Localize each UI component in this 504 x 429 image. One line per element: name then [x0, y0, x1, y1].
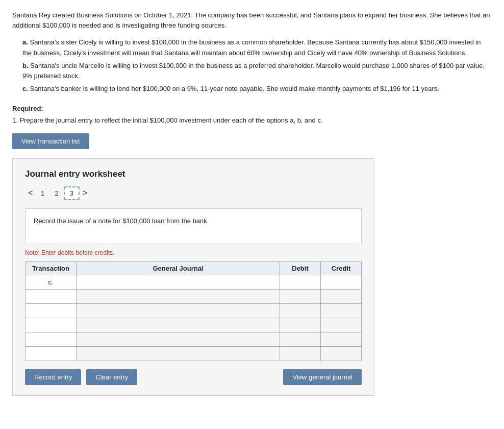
debit-input-3[interactable] — [280, 304, 320, 318]
journal-input-1[interactable] — [77, 275, 280, 289]
transaction-cell-3 — [26, 303, 77, 318]
required-section: Required: 1. Prepare the journal entry t… — [12, 104, 492, 126]
credit-cell-6[interactable] — [321, 346, 362, 361]
debit-input-1[interactable] — [280, 275, 320, 289]
credit-input-2[interactable] — [321, 290, 361, 303]
journal-table: Transaction General Journal Debit Credit… — [25, 261, 362, 361]
view-transaction-list-button[interactable]: View transaction list — [12, 133, 89, 149]
option-b: b. Santana's uncle Marcello is willing t… — [22, 61, 492, 82]
credit-cell-2[interactable] — [321, 289, 362, 303]
worksheet-container: Journal entry worksheet < 1 2 3 > Record… — [12, 158, 374, 396]
journal-cell-3[interactable] — [77, 303, 280, 318]
credit-input-1[interactable] — [321, 275, 361, 289]
debit-cell-5[interactable] — [280, 332, 321, 346]
table-row — [26, 332, 362, 346]
debit-cell-4[interactable] — [280, 318, 321, 332]
table-row — [26, 303, 362, 318]
table-row — [26, 346, 362, 361]
option-a: a. Santana's sister Cicely is willing to… — [22, 37, 492, 59]
credit-cell-4[interactable] — [321, 318, 362, 332]
debit-cell-3[interactable] — [280, 303, 321, 318]
tab-1-button[interactable]: 1 — [36, 187, 49, 199]
debit-input-5[interactable] — [280, 332, 320, 346]
tab-next-button[interactable]: > — [80, 187, 90, 199]
col-transaction-header: Transaction — [26, 261, 77, 275]
journal-input-5[interactable] — [77, 332, 280, 346]
option-a-text: Santana's sister Cicely is willing to in… — [22, 38, 481, 57]
tab-2-button[interactable]: 2 — [50, 187, 64, 199]
transaction-cell-4 — [26, 318, 77, 332]
table-row — [26, 318, 362, 332]
worksheet-title: Journal entry worksheet — [25, 169, 362, 179]
option-b-text: Santana's uncle Marcello is willing to i… — [22, 62, 485, 80]
credit-input-4[interactable] — [321, 318, 361, 332]
credit-input-3[interactable] — [321, 304, 361, 318]
transaction-cell-6 — [26, 346, 77, 361]
credit-cell-1[interactable] — [321, 275, 362, 289]
required-task: 1. Prepare the journal entry to reflect … — [12, 115, 492, 126]
credit-input-5[interactable] — [321, 332, 361, 346]
debit-input-4[interactable] — [280, 318, 320, 332]
col-journal-header: General Journal — [77, 261, 280, 275]
intro-paragraph: Santana Rey created Business Solutions o… — [12, 10, 492, 30]
col-credit-header: Credit — [321, 261, 362, 275]
journal-input-3[interactable] — [77, 304, 280, 318]
options-list: a. Santana's sister Cicely is willing to… — [22, 37, 492, 94]
debit-cell-2[interactable] — [280, 289, 321, 303]
option-c: c. Santana's banker is willing to lend h… — [22, 84, 492, 94]
table-row: c. — [26, 275, 362, 289]
tab-3-button[interactable]: 3 — [64, 186, 80, 200]
clear-entry-button[interactable]: Clear entry — [86, 369, 137, 385]
journal-input-2[interactable] — [77, 290, 280, 303]
credit-cell-3[interactable] — [321, 303, 362, 318]
required-title: Required: — [12, 104, 492, 114]
debit-input-6[interactable] — [280, 347, 320, 361]
instruction-box: Record the issue of a note for $100,000 … — [25, 208, 362, 244]
journal-input-4[interactable] — [77, 318, 280, 332]
journal-cell-6[interactable] — [77, 346, 280, 361]
transaction-cell-1: c. — [26, 275, 77, 289]
tab-prev-button[interactable]: < — [25, 187, 36, 199]
debit-cell-1[interactable] — [280, 275, 321, 289]
journal-cell-1[interactable] — [77, 275, 280, 289]
note-text: Note: Enter debits before credits. — [25, 249, 362, 256]
journal-cell-5[interactable] — [77, 332, 280, 346]
debit-cell-6[interactable] — [280, 346, 321, 361]
transaction-cell-2 — [26, 289, 77, 303]
option-a-label: a. — [22, 38, 28, 46]
action-row: Record entry Clear entry View general jo… — [25, 369, 362, 385]
journal-input-6[interactable] — [77, 347, 280, 361]
journal-cell-2[interactable] — [77, 289, 280, 303]
option-c-text: Santana's banker is willing to lend her … — [30, 85, 439, 92]
view-general-journal-button[interactable]: View general journal — [283, 369, 362, 385]
transaction-cell-5 — [26, 332, 77, 346]
table-row — [26, 289, 362, 303]
record-entry-button[interactable]: Record entry — [25, 369, 81, 385]
credit-cell-5[interactable] — [321, 332, 362, 346]
tab-row: < 1 2 3 > — [25, 186, 362, 200]
col-debit-header: Debit — [280, 261, 321, 275]
option-c-label: c. — [22, 85, 28, 92]
debit-input-2[interactable] — [280, 290, 320, 303]
journal-cell-4[interactable] — [77, 318, 280, 332]
credit-input-6[interactable] — [321, 347, 361, 361]
option-b-label: b. — [22, 62, 29, 69]
